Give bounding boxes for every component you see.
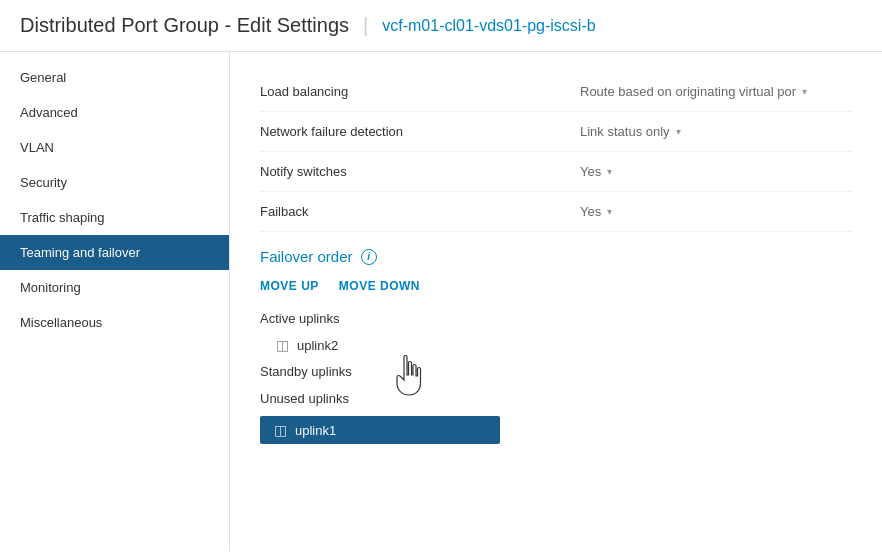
move-down-button[interactable]: MOVE DOWN bbox=[339, 279, 420, 293]
form-row-failback: FailbackYes▾ bbox=[260, 192, 852, 232]
load-balancing-label: Load balancing bbox=[260, 84, 580, 99]
sidebar-item-general[interactable]: General bbox=[0, 60, 229, 95]
notify-switches-dropdown[interactable]: Yes▾ bbox=[580, 164, 612, 179]
unused-uplink-uplink1[interactable]: ◫uplink1 bbox=[260, 416, 500, 444]
network-failure-detection-dropdown-arrow: ▾ bbox=[676, 126, 681, 137]
active-uplink-uplink2[interactable]: ◫uplink2 bbox=[260, 332, 852, 358]
failover-order-info-icon[interactable]: i bbox=[361, 249, 377, 265]
active-uplinks-label: Active uplinks bbox=[260, 305, 852, 332]
form-row-notify-switches: Notify switchesYes▾ bbox=[260, 152, 852, 192]
uplink-name: uplink1 bbox=[295, 423, 336, 438]
standby-uplinks-label: Standby uplinks bbox=[260, 358, 852, 385]
page-header: Distributed Port Group - Edit Settings |… bbox=[0, 0, 882, 52]
sidebar-item-vlan[interactable]: VLAN bbox=[0, 130, 229, 165]
sidebar-item-security[interactable]: Security bbox=[0, 165, 229, 200]
unused-uplinks-label: Unused uplinks bbox=[260, 385, 852, 412]
form-row-load-balancing: Load balancingRoute based on originating… bbox=[260, 72, 852, 112]
load-balancing-dropdown[interactable]: Route based on originating virtual por▾ bbox=[580, 84, 807, 99]
failback-value: Yes bbox=[580, 204, 601, 219]
sidebar-item-monitoring[interactable]: Monitoring bbox=[0, 270, 229, 305]
failback-dropdown[interactable]: Yes▾ bbox=[580, 204, 612, 219]
main-content: Load balancingRoute based on originating… bbox=[230, 52, 882, 551]
notify-switches-label: Notify switches bbox=[260, 164, 580, 179]
failover-order-label: Failover order bbox=[260, 248, 353, 265]
sidebar-item-advanced[interactable]: Advanced bbox=[0, 95, 229, 130]
failback-label: Failback bbox=[260, 204, 580, 219]
move-buttons-container: MOVE UP MOVE DOWN bbox=[260, 279, 852, 293]
failback-dropdown-arrow: ▾ bbox=[607, 206, 612, 217]
header-divider: | bbox=[363, 14, 368, 37]
load-balancing-dropdown-arrow: ▾ bbox=[802, 86, 807, 97]
failover-order-section: Failover order i MOVE UP MOVE DOWN Activ… bbox=[260, 248, 852, 444]
network-failure-detection-label: Network failure detection bbox=[260, 124, 580, 139]
load-balancing-value: Route based on originating virtual por bbox=[580, 84, 796, 99]
notify-switches-value: Yes bbox=[580, 164, 601, 179]
sidebar-item-miscellaneous[interactable]: Miscellaneous bbox=[0, 305, 229, 340]
page-subtitle: vcf-m01-cl01-vds01-pg-iscsi-b bbox=[382, 17, 595, 35]
uplink-icon: ◫ bbox=[276, 337, 289, 353]
form-row-network-failure-detection: Network failure detectionLink status onl… bbox=[260, 112, 852, 152]
sidebar-item-traffic-shaping[interactable]: Traffic shaping bbox=[0, 200, 229, 235]
uplink-icon: ◫ bbox=[274, 422, 287, 438]
network-failure-detection-value: Link status only bbox=[580, 124, 670, 139]
move-up-button[interactable]: MOVE UP bbox=[260, 279, 319, 293]
main-layout: GeneralAdvancedVLANSecurityTraffic shapi… bbox=[0, 52, 882, 551]
sidebar: GeneralAdvancedVLANSecurityTraffic shapi… bbox=[0, 52, 230, 551]
network-failure-detection-dropdown[interactable]: Link status only▾ bbox=[580, 124, 681, 139]
failover-order-title: Failover order i bbox=[260, 248, 852, 265]
sidebar-item-teaming-and-failover[interactable]: Teaming and failover bbox=[0, 235, 229, 270]
uplink-name: uplink2 bbox=[297, 338, 338, 353]
notify-switches-dropdown-arrow: ▾ bbox=[607, 166, 612, 177]
page-title: Distributed Port Group - Edit Settings bbox=[20, 14, 349, 37]
